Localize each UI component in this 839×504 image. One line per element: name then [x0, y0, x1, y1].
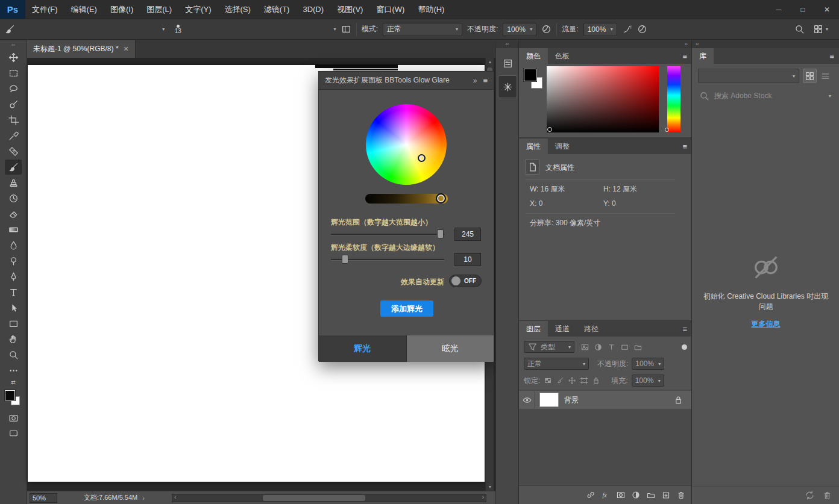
layer-filter-select[interactable]: 类型 ▾ — [524, 341, 574, 353]
menu-item-10[interactable]: 窗口(W) — [369, 0, 411, 19]
menu-item-8[interactable]: 3D(D) — [296, 0, 330, 19]
hand-tool[interactable] — [5, 332, 22, 347]
color-wheel[interactable] — [366, 104, 447, 185]
brush-settings-toggle-icon[interactable] — [341, 24, 351, 34]
brightness-gradient-bar[interactable] — [365, 194, 448, 204]
library-menu-icon[interactable]: ≡ — [829, 52, 834, 61]
pressure-size-icon[interactable] — [637, 24, 647, 34]
tab-glow[interactable]: 辉光 — [319, 335, 407, 362]
lock-transparent-icon[interactable] — [544, 376, 552, 385]
lock-pixels-icon[interactable] — [556, 376, 564, 385]
screen-mode-icon[interactable] — [8, 428, 19, 438]
saturation-marker[interactable] — [547, 127, 552, 132]
collapse-dock-icon[interactable]: ›› — [519, 40, 691, 48]
color-wheel-marker[interactable] — [418, 154, 426, 162]
color-panel-swatches[interactable] — [523, 67, 545, 90]
glow-range-slider[interactable] — [331, 229, 444, 239]
document-tab-close-icon[interactable]: ✕ — [124, 45, 129, 53]
foreground-background-swatches[interactable] — [4, 389, 23, 408]
airbrush-icon[interactable] — [622, 24, 632, 34]
document-tab[interactable]: 未标题-1 @ 50%(RGB/8) * ✕ — [27, 40, 136, 58]
maximize-button[interactable]: □ — [791, 0, 815, 19]
lock-all-icon[interactable] — [592, 376, 600, 385]
pen-tool[interactable] — [5, 269, 22, 284]
shape-filter-icon[interactable] — [620, 343, 629, 352]
rectangle-tool[interactable] — [5, 316, 22, 331]
scroll-right-icon[interactable]: › — [482, 494, 484, 500]
sync-icon[interactable] — [805, 490, 815, 500]
menu-item-2[interactable]: 编辑(E) — [64, 0, 104, 19]
brush-settings-panel-icon[interactable] — [498, 54, 517, 72]
mask-icon[interactable] — [616, 490, 626, 500]
plugin-panel-icon[interactable] — [498, 76, 517, 98]
hue-marker[interactable] — [665, 128, 669, 132]
horizontal-scrollbar[interactable]: ‹ › — [172, 494, 486, 502]
path-selection-tool[interactable] — [5, 300, 22, 316]
smart-filter-icon[interactable] — [633, 343, 643, 352]
lasso-tool[interactable] — [5, 81, 22, 96]
library-collapse-icon[interactable]: ‹‹ — [692, 40, 839, 48]
adjust-icon[interactable] — [631, 490, 641, 500]
menu-item-5[interactable]: 文字(Y) — [178, 0, 218, 19]
tab-channels[interactable]: 通道 — [548, 321, 577, 337]
scroll-up-icon[interactable]: ▲ — [486, 60, 494, 64]
library-search[interactable]: 搜索 Adobe Stock ▾ — [692, 88, 839, 104]
glow-range-slider-thumb[interactable] — [437, 229, 444, 238]
expand-dock-icon[interactable]: ‹‹ — [496, 40, 518, 48]
brush-tool[interactable] — [5, 160, 22, 175]
auto-update-toggle[interactable]: OFF — [449, 275, 482, 287]
zoom-tool[interactable] — [5, 347, 22, 362]
library-list-view-button[interactable] — [819, 69, 832, 83]
link-icon[interactable] — [586, 490, 595, 500]
status-expand-icon[interactable]: › — [142, 494, 145, 502]
brush-picker-caret-icon[interactable]: ▾ — [334, 26, 336, 32]
eraser-tool[interactable] — [5, 207, 22, 222]
menu-item-11[interactable]: 帮助(H) — [411, 0, 451, 19]
gradient-tool[interactable] — [5, 222, 22, 237]
swap-colors-icon[interactable]: ⇄ — [11, 379, 16, 385]
tab-adjustments[interactable]: 调整 — [548, 138, 577, 154]
menu-item-1[interactable]: 文件(F) — [25, 0, 64, 19]
eyedropper-tool[interactable] — [5, 128, 22, 143]
tab-glare[interactable]: 眩光 — [407, 335, 494, 362]
glow-range-value[interactable]: 245 — [454, 228, 481, 241]
plugin-menu-icon[interactable]: ≡ — [483, 76, 488, 85]
lock-position-icon[interactable] — [568, 376, 576, 385]
layer-blend-select[interactable]: 正常 ▾ — [524, 358, 589, 370]
library-more-info-link[interactable]: 更多信息 — [692, 319, 839, 329]
spot-healing-tool[interactable] — [5, 144, 22, 159]
pixel-filter-icon[interactable] — [580, 343, 589, 352]
tab-paths[interactable]: 路径 — [577, 321, 606, 337]
pressure-opacity-icon[interactable] — [541, 24, 551, 34]
opacity-select[interactable]: 100% ▾ — [503, 23, 536, 36]
foreground-color-swatch[interactable] — [524, 69, 536, 81]
brush-size-widget[interactable]: 13 — [169, 25, 186, 34]
close-button[interactable]: ✕ — [815, 0, 839, 19]
tab-layers[interactable]: 图层 — [519, 321, 548, 337]
hue-strip[interactable] — [667, 66, 680, 132]
menu-item-7[interactable]: 滤镜(T) — [257, 0, 297, 19]
type-filter-icon[interactable] — [607, 343, 616, 352]
tab-swatches[interactable]: 色板 — [548, 48, 577, 64]
tab-properties[interactable]: 属性 — [519, 138, 548, 154]
quick-mask-icon[interactable] — [8, 413, 19, 423]
layer-visibility-toggle[interactable] — [519, 391, 535, 409]
group-icon[interactable] — [646, 490, 656, 500]
tab-color[interactable]: 颜色 — [519, 48, 548, 64]
glow-softness-slider-thumb[interactable] — [342, 255, 348, 264]
scroll-down-icon[interactable]: ▼ — [486, 485, 494, 489]
gradient-bar-marker[interactable] — [436, 193, 446, 204]
move-tool[interactable] — [5, 50, 22, 65]
layers-panel-menu-icon[interactable]: ≡ — [682, 325, 687, 334]
layer-row-background[interactable]: 背景 — [519, 391, 692, 409]
clone-stamp-tool[interactable] — [5, 175, 22, 190]
plugin-header[interactable]: 发光效果扩展面板 BBTools Glow Glare » ≡ — [319, 72, 494, 90]
rectangular-marquee-tool[interactable] — [5, 66, 22, 81]
delete-icon[interactable] — [676, 490, 686, 500]
lock-artboard-icon[interactable] — [580, 376, 588, 385]
tool-preset-caret-icon[interactable]: ▾ — [162, 26, 165, 32]
horizontal-scroll-thumb[interactable] — [263, 495, 365, 501]
color-panel-menu-icon[interactable]: ≡ — [682, 52, 687, 61]
scroll-left-icon[interactable]: ‹ — [174, 494, 176, 500]
layer-thumbnail[interactable] — [539, 393, 559, 407]
